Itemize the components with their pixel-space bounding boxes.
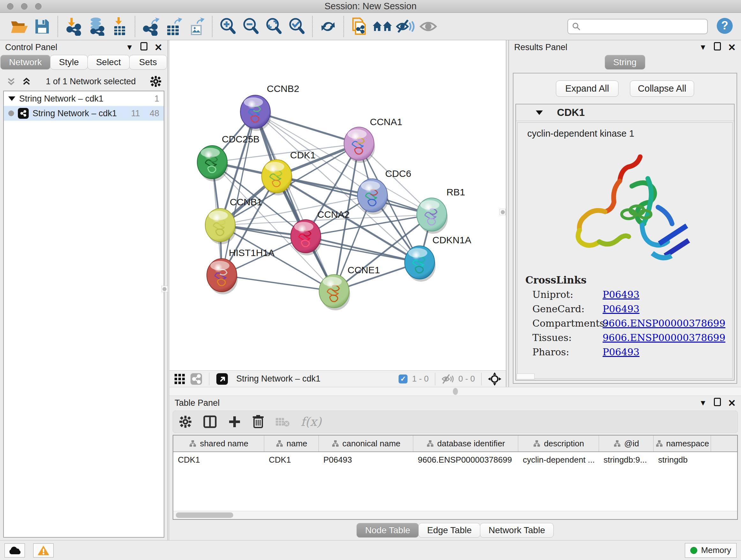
control-panel-close-button[interactable]: ✕	[154, 42, 162, 53]
expand-all-button[interactable]: Expand All	[556, 80, 618, 97]
node-CCNA1[interactable]: CCNA1	[344, 117, 402, 163]
network-row[interactable]: String Network – cdk1 11 48	[4, 106, 164, 121]
tab-node-table[interactable]: Node Table	[356, 523, 419, 538]
help-button[interactable]: ?	[716, 17, 733, 36]
tab-sets[interactable]: Sets	[129, 55, 167, 70]
network-options-gear-icon[interactable]	[150, 75, 162, 87]
edge-CCNA2-CDKN1A[interactable]	[306, 236, 420, 262]
first-neighbors-button[interactable]	[371, 16, 394, 37]
table-hscrollbar[interactable]	[173, 511, 737, 519]
results-hscrollbar[interactable]	[517, 374, 535, 379]
network-results-splitter[interactable]	[506, 40, 509, 387]
edge-HIST1H1A-CCNE1[interactable]	[222, 275, 334, 291]
tab-style[interactable]: Style	[50, 55, 88, 70]
network-splitter-handle[interactable]	[499, 209, 506, 215]
show-all-button[interactable]	[417, 16, 440, 37]
add-column-icon[interactable]	[228, 415, 241, 428]
column-header-description[interactable]: description	[518, 435, 599, 451]
memory-button[interactable]: Memory	[685, 543, 737, 558]
import-table-from-file-button[interactable]	[108, 16, 131, 37]
table-panel-close-button[interactable]: ✕	[728, 397, 736, 409]
import-network-from-database-button[interactable]	[85, 16, 108, 37]
table-cell[interactable]: stringdb:9...	[599, 452, 654, 468]
table-cell[interactable]: cyclin-dependent ...	[518, 452, 599, 468]
table-cell[interactable]: P06493	[319, 452, 413, 468]
collapse-all-tree-icon[interactable]	[6, 76, 17, 87]
delete-column-icon[interactable]	[252, 415, 264, 429]
table-cell[interactable]: 9606.ENSP00000378699	[413, 452, 518, 468]
control-panel-menu-button[interactable]: ▼	[126, 43, 133, 52]
table-row[interactable]: CDK1CDK1P064939606.ENSP00000378699cyclin…	[173, 452, 737, 468]
column-header-shared-name[interactable]: shared name	[173, 435, 264, 451]
export-network-button[interactable]	[139, 16, 162, 37]
control-panel-tabs: NetworkStyleSelectSets	[0, 55, 167, 70]
zoom-fit-button[interactable]	[262, 16, 285, 37]
table-cell[interactable]: CDK1	[173, 452, 264, 468]
expand-all-tree-icon[interactable]	[21, 76, 32, 87]
zoom-selected-button[interactable]	[285, 16, 308, 37]
warnings-button[interactable]	[33, 543, 54, 557]
horizontal-splitter[interactable]	[170, 387, 741, 396]
table-hscrollbar-thumb[interactable]	[176, 512, 233, 518]
column-header-canonical-name[interactable]: canonical name	[319, 435, 413, 451]
crosslink-link[interactable]: 9606.ENSP00000378699	[603, 332, 725, 343]
network-collection-row[interactable]: String Network – cdk1 1	[4, 91, 164, 106]
tab-network-table[interactable]: Network Table	[480, 523, 554, 538]
node-RB1[interactable]: RB1	[417, 187, 465, 234]
node-CDKN1A[interactable]: CDKN1A	[405, 235, 471, 282]
network-collection-label: String Network – cdk1	[19, 94, 145, 104]
tab-string[interactable]: String	[605, 55, 645, 70]
crosslink-link[interactable]: 9606.ENSP00000378699	[603, 318, 725, 329]
table-cell[interactable]: CDK1	[264, 452, 319, 468]
network-canvas[interactable]: CCNB2CCNA1CDC25BCDK1CDC6RB1CCNB1CCNA2CDK…	[170, 40, 506, 370]
edge-CCNB2-CCNE1[interactable]	[255, 112, 334, 291]
control-panel-float-button[interactable]	[140, 42, 147, 52]
tab-network[interactable]: Network	[0, 55, 51, 70]
selected-checkbox-icon[interactable]: ✓	[399, 374, 408, 383]
grid-mode-icon[interactable]	[174, 373, 185, 385]
results-panel-menu-button[interactable]: ▼	[699, 43, 707, 52]
column-header-database-identifier[interactable]: database identifier	[413, 435, 518, 451]
crosslink-row: GeneCard:P06493	[532, 303, 725, 314]
splitter-knob[interactable]	[453, 388, 458, 395]
column-header-name[interactable]: name	[264, 435, 319, 451]
zoom-in-button[interactable]	[216, 16, 239, 37]
result-entry-header[interactable]: CDK1	[516, 105, 734, 121]
crosslink-link[interactable]: P06493	[603, 289, 639, 300]
export-table-button[interactable]	[162, 16, 185, 37]
column-header-id[interactable]: @id	[599, 435, 654, 451]
hide-selected-button[interactable]	[394, 16, 417, 37]
apply-layout-button[interactable]	[317, 16, 340, 37]
open-session-button[interactable]	[8, 16, 30, 37]
results-panel-close-button[interactable]: ✕	[728, 42, 736, 53]
node-CCNE1[interactable]: CCNE1	[319, 265, 380, 310]
save-session-button[interactable]	[30, 16, 54, 37]
detach-view-icon[interactable]	[216, 373, 228, 385]
crosslink-link[interactable]: P06493	[603, 303, 639, 314]
export-image-button[interactable]	[185, 16, 208, 37]
table-settings-gear-icon[interactable]	[179, 415, 192, 428]
node-HIST1H1A[interactable]: HIST1H1A	[207, 247, 274, 294]
control-panel-splitter-handle[interactable]	[161, 286, 168, 292]
table-cell[interactable]: stringdb	[654, 452, 711, 468]
column-header-namespace[interactable]: namespace	[654, 435, 711, 451]
search-input[interactable]	[581, 21, 703, 31]
import-network-from-file-button[interactable]	[62, 16, 85, 37]
table-panel-float-button[interactable]	[714, 398, 721, 408]
node-CCNB2[interactable]: CCNB2	[240, 83, 299, 131]
tab-select[interactable]: Select	[87, 55, 130, 70]
table-panel-menu-button[interactable]: ▼	[699, 398, 707, 408]
clone-network-button[interactable]	[348, 16, 371, 37]
birdseye-crosshair-icon[interactable]	[488, 372, 501, 386]
entry-expander-icon[interactable]	[536, 111, 543, 115]
show-columns-icon[interactable]	[203, 415, 217, 428]
tab-edge-table[interactable]: Edge Table	[418, 523, 480, 538]
crosslink-link[interactable]: P06493	[603, 347, 639, 358]
node-CCNB1[interactable]: CCNB1	[205, 197, 262, 244]
tree-expander-icon[interactable]	[8, 97, 15, 101]
network-mode-icon[interactable]	[190, 373, 203, 385]
results-panel-float-button[interactable]	[714, 42, 721, 52]
collapse-all-button[interactable]: Collapse All	[630, 80, 694, 97]
cloud-status-button[interactable]	[4, 543, 25, 557]
zoom-out-button[interactable]	[239, 16, 262, 37]
